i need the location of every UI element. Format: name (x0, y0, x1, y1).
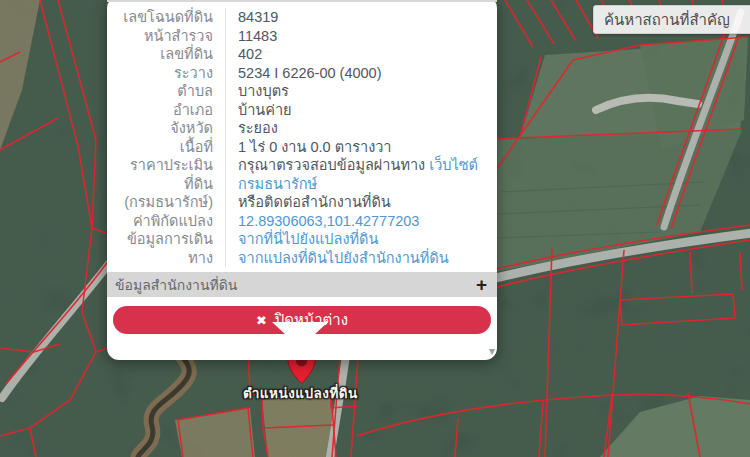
place-search-input[interactable] (593, 5, 750, 34)
parcel-coordinates-link[interactable]: 12.89306063,101.42777203 (238, 213, 419, 229)
route-here-to-parcel-link[interactable]: จากที่นี่ไปยังแปลงที่ดิน (238, 230, 491, 249)
row-value: 1 ไร่ 0 งาน 0.0 ตารางวา (225, 138, 491, 157)
close-icon: ✖ (256, 314, 267, 327)
row-label: ตำบล (113, 82, 225, 101)
row-value: บางบุตร (225, 82, 491, 101)
table-row-appraisal-price: ราคาประเมินที่ดิน (กรมธนารักษ์) กรุณาตรว… (113, 156, 491, 212)
appraisal-note-2: หรือติดต่อสำนักงานที่ดิน (238, 193, 491, 212)
row-label: จังหวัด (113, 119, 225, 138)
table-row-subdistrict: ตำบล บางบุตร (113, 82, 491, 101)
row-value: กรุณาตรวจสอบข้อมูลผ่านทางเว็บไซต์กรมธนาร… (225, 156, 491, 212)
row-value: 402 (225, 45, 491, 64)
table-row-travel-info: ข้อมูลการเดินทาง จากที่นี่ไปยังแปลงที่ดิ… (113, 230, 491, 267)
row-value: 11483 (225, 27, 491, 46)
row-label: ราคาประเมินที่ดิน (กรมธนารักษ์) (113, 156, 225, 212)
table-row-land-number: เลขที่ดิน 402 (113, 45, 491, 64)
row-label: ค่าพิกัดแปลง (113, 212, 225, 231)
land-office-accordion[interactable]: ข้อมูลสำนักงานที่ดิน + (107, 272, 497, 297)
parcel-detail-table: เลขโฉนดที่ดิน 84319 หน้าสำรวจ 11483 เลขท… (113, 2, 491, 267)
plus-icon[interactable]: + (476, 275, 487, 294)
accordion-title: ข้อมูลสำนักงานที่ดิน (115, 274, 237, 296)
row-value: 12.89306063,101.42777203 (225, 212, 491, 231)
popup-tail (272, 322, 328, 348)
table-row-survey-page: หน้าสำรวจ 11483 (113, 27, 491, 46)
row-label: ข้อมูลการเดินทาง (113, 230, 225, 267)
table-row-map-sheet: ระวาง 5234 I 6226-00 (4000) (113, 64, 491, 83)
row-label: อำเภอ (113, 101, 225, 120)
landsmaps-screen: ตำแหน่งแปลงที่ดิน เลขโฉนดที่ดิน 84319 หน… (0, 0, 750, 457)
parcel-location-label: ตำแหน่งแปลงที่ดิน (243, 382, 373, 404)
row-label: เนื้อที่ (113, 138, 225, 157)
scroll-down-arrow-icon[interactable]: ▾ (489, 345, 495, 357)
row-label: เลขโฉนดที่ดิน (113, 8, 225, 27)
row-value: 84319 (225, 8, 491, 27)
table-row-province: จังหวัด ระยอง (113, 119, 491, 138)
row-value: ระยอง (225, 119, 491, 138)
table-row-coordinates: ค่าพิกัดแปลง 12.89306063,101.42777203 (113, 212, 491, 231)
row-value: 5234 I 6226-00 (4000) (225, 64, 491, 83)
row-value: บ้านค่าย (225, 101, 491, 120)
row-label: ระวาง (113, 64, 225, 83)
row-value: จากที่นี่ไปยังแปลงที่ดิน จากแปลงที่ดินไป… (225, 230, 491, 267)
appraisal-note: กรุณาตรวจสอบข้อมูลผ่านทาง (238, 157, 425, 173)
route-parcel-to-land-office-link[interactable]: จากแปลงที่ดินไปยังสำนักงานที่ดิน (238, 249, 491, 268)
table-row-deed-number: เลขโฉนดที่ดิน 84319 (113, 8, 491, 27)
row-label: หน้าสำรวจ (113, 27, 225, 46)
row-label: เลขที่ดิน (113, 45, 225, 64)
table-row-area: เนื้อที่ 1 ไร่ 0 งาน 0.0 ตารางวา (113, 138, 491, 157)
parcel-info-popup: เลขโฉนดที่ดิน 84319 หน้าสำรวจ 11483 เลขท… (107, 0, 497, 360)
table-row-district: อำเภอ บ้านค่าย (113, 101, 491, 120)
